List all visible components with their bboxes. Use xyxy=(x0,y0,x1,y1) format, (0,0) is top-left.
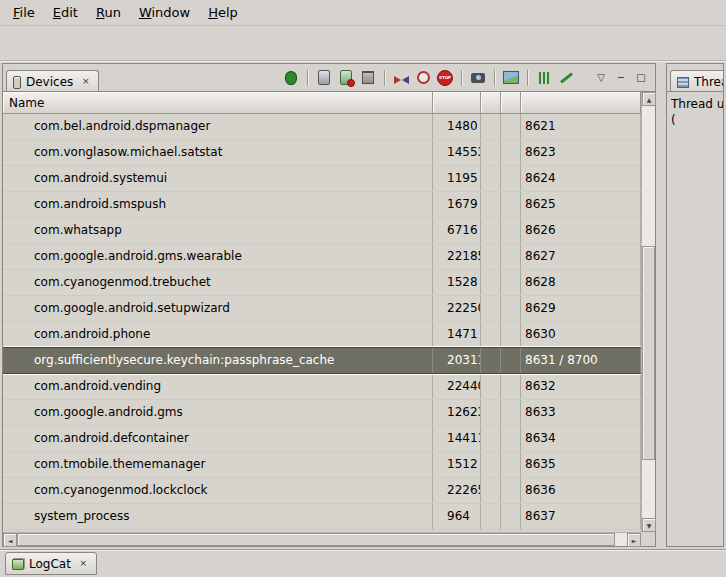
column-header-1[interactable] xyxy=(433,92,481,114)
process-name: com.vonglasow.michael.satstat xyxy=(3,140,433,165)
cell-empty xyxy=(481,192,501,217)
process-row[interactable]: com.cyanogenmod.lockclock222658636 xyxy=(3,478,641,504)
menu-file[interactable]: File xyxy=(4,0,44,25)
scroll-down-icon[interactable]: ▼ xyxy=(642,518,656,532)
close-tab-icon[interactable]: × xyxy=(80,77,91,88)
cell-empty xyxy=(481,478,501,503)
cell-empty xyxy=(481,322,501,347)
process-row[interactable]: com.android.systemui11958624 xyxy=(3,166,641,192)
horizontal-scrollbar[interactable]: ◄ ► xyxy=(3,532,641,546)
process-row[interactable]: com.vonglasow.michael.satstat145538623 xyxy=(3,140,641,166)
process-row[interactable]: system_process9648637 xyxy=(3,504,641,530)
threads-message-line1: Thread up xyxy=(671,96,723,112)
toolbar-separator xyxy=(307,70,308,86)
heap-updates-icon[interactable] xyxy=(556,68,576,88)
devices-panel: Devices × STOP ▽ ─ □ Name com.bel.androi… xyxy=(2,63,656,547)
scroll-up-icon[interactable]: ▲ xyxy=(642,92,656,106)
update-threads-icon[interactable] xyxy=(391,68,411,88)
dump-hprof-icon[interactable] xyxy=(336,68,356,88)
cell-empty xyxy=(501,192,521,217)
process-row[interactable]: com.android.defcontainer144118634 xyxy=(3,426,641,452)
thread-updates-icon[interactable] xyxy=(534,68,554,88)
tab-logcat-label: LogCat xyxy=(29,557,71,571)
column-header-4[interactable] xyxy=(521,92,641,114)
debug-port: 8633 xyxy=(521,400,641,425)
process-row[interactable]: com.android.smspush16798625 xyxy=(3,192,641,218)
cell-empty xyxy=(501,244,521,269)
process-name: com.google.android.gms.wearable xyxy=(3,244,433,269)
cell-empty xyxy=(481,452,501,477)
screen-capture-icon[interactable] xyxy=(468,68,488,88)
column-header-3[interactable] xyxy=(501,92,521,114)
debug-port: 8629 xyxy=(521,296,641,321)
process-pid: 1480 xyxy=(433,114,481,139)
process-row[interactable]: com.cyanogenmod.trebuchet15288628 xyxy=(3,270,641,296)
column-header-2[interactable] xyxy=(481,92,501,114)
process-row[interactable]: com.whatsapp67168626 xyxy=(3,218,641,244)
tab-logcat[interactable]: LogCat × xyxy=(5,552,97,575)
process-row[interactable]: com.bel.android.dspmanager14808621 xyxy=(3,114,641,140)
process-name: com.whatsapp xyxy=(3,218,433,243)
process-row[interactable]: com.tmobile.thememanager15128635 xyxy=(3,452,641,478)
process-row[interactable]: com.android.phone14718630 xyxy=(3,322,641,348)
debug-port: 8631 / 8700 xyxy=(521,348,641,373)
horizontal-scroll-track[interactable] xyxy=(17,533,627,546)
start-method-profiling-icon[interactable] xyxy=(413,68,433,88)
process-name: com.cyanogenmod.trebuchet xyxy=(3,270,433,295)
screen-record-icon[interactable] xyxy=(501,68,521,88)
debug-port: 8624 xyxy=(521,166,641,191)
grid-header: Name xyxy=(3,92,641,114)
cell-empty xyxy=(501,348,521,373)
menu-edit[interactable]: Edit xyxy=(44,0,87,25)
vertical-scroll-track[interactable] xyxy=(642,106,655,518)
threads-message: Thread up ( xyxy=(667,92,723,128)
vertical-scroll-thumb[interactable] xyxy=(642,246,655,460)
process-table: Name com.bel.android.dspmanager14808621c… xyxy=(3,92,655,546)
cell-empty xyxy=(481,140,501,165)
process-row[interactable]: com.google.android.gms126238633 xyxy=(3,400,641,426)
process-pid: 22265 xyxy=(433,478,481,503)
process-pid: 6716 xyxy=(433,218,481,243)
update-heap-icon[interactable] xyxy=(314,68,334,88)
process-row[interactable]: com.android.vending224408632 xyxy=(3,374,641,400)
view-menu-icon[interactable]: ▽ xyxy=(593,72,609,83)
cause-gc-icon[interactable] xyxy=(358,68,378,88)
cell-empty xyxy=(501,400,521,425)
minimize-icon[interactable]: ─ xyxy=(613,72,629,83)
menu-window[interactable]: Window xyxy=(130,0,199,25)
tab-devices[interactable]: Devices × xyxy=(6,70,99,92)
menu-help[interactable]: Help xyxy=(199,0,247,25)
process-pid: 1512 xyxy=(433,452,481,477)
column-header-name[interactable]: Name xyxy=(3,92,433,114)
maximize-icon[interactable]: □ xyxy=(633,72,649,83)
cell-empty xyxy=(481,374,501,399)
debug-process-icon[interactable] xyxy=(281,68,301,88)
tab-threads[interactable]: Threads xyxy=(670,70,723,92)
scroll-left-icon[interactable]: ◄ xyxy=(3,533,17,547)
stop-process-icon[interactable]: STOP xyxy=(437,70,453,86)
process-name: com.tmobile.thememanager xyxy=(3,452,433,477)
horizontal-scroll-thumb[interactable] xyxy=(17,533,615,546)
process-pid: 964 xyxy=(433,504,481,529)
menu-run[interactable]: Run xyxy=(87,0,130,25)
close-tab-icon[interactable]: × xyxy=(78,559,89,570)
process-name: org.sufficientlysecure.keychain:passphra… xyxy=(3,348,433,373)
cell-empty xyxy=(501,140,521,165)
toolbar-separator xyxy=(384,70,385,86)
debug-port: 8621 xyxy=(521,114,641,139)
process-name: com.google.android.gms xyxy=(3,400,433,425)
scroll-right-icon[interactable]: ► xyxy=(627,533,641,547)
process-row-selected[interactable]: org.sufficientlysecure.keychain:passphra… xyxy=(3,347,641,374)
process-name: com.google.android.setupwizard xyxy=(3,296,433,321)
scrollbar-corner xyxy=(641,532,655,546)
view-controls: ▽ ─ □ xyxy=(583,64,655,91)
process-pid: 14553 xyxy=(433,140,481,165)
cell-empty xyxy=(481,114,501,139)
menu-bar: FileEditRunWindowHelp xyxy=(0,0,726,26)
vertical-scrollbar[interactable]: ▲ ▼ xyxy=(641,92,655,532)
process-row[interactable]: com.google.android.gms.wearable221858627 xyxy=(3,244,641,270)
main-split: Devices × STOP ▽ ─ □ Name com.bel.androi… xyxy=(0,61,726,549)
debug-port: 8632 xyxy=(521,374,641,399)
cell-empty xyxy=(481,348,501,373)
process-row[interactable]: com.google.android.setupwizard222508629 xyxy=(3,296,641,322)
